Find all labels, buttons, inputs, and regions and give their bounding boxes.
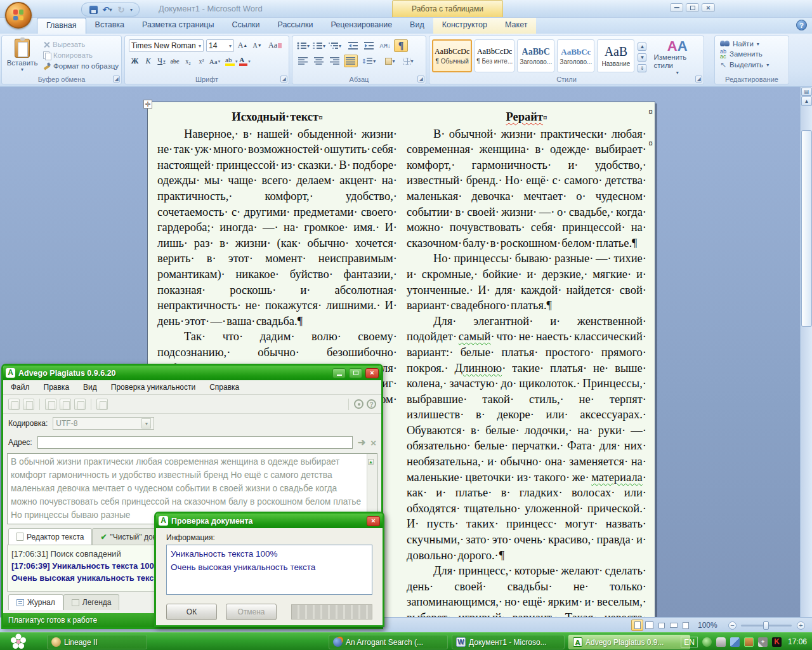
scrollbar-thumb[interactable]	[801, 130, 812, 327]
help-icon[interactable]: ?	[796, 20, 807, 30]
tray-app-icon[interactable]	[744, 637, 754, 647]
styles-gallery-expand[interactable]: ⇓	[638, 64, 646, 72]
tab-insert[interactable]: Вставка	[86, 18, 133, 34]
bold-button[interactable]: Ж	[129, 55, 141, 67]
tab-text-editor[interactable]: Редактор текста	[8, 528, 92, 545]
styles-dialog-launcher[interactable]: ◢	[695, 76, 702, 83]
new-document-icon[interactable]	[8, 399, 20, 410]
advego-scroll-up-icon[interactable]: ▲	[368, 459, 374, 465]
restore-button[interactable]	[686, 3, 699, 12]
menu-view[interactable]: Вид	[83, 383, 97, 392]
numbering-button[interactable]: ▾	[312, 39, 326, 52]
tray-media-icon[interactable]	[702, 637, 712, 647]
justify-button[interactable]	[344, 55, 358, 67]
check-tool-icon[interactable]	[96, 399, 108, 410]
advego-titlebar[interactable]: A Advego Plagiatus 0.9.6.20 ×	[3, 366, 381, 380]
table-move-handle[interactable]: ✛	[143, 100, 152, 109]
fullscreen-view-button[interactable]	[643, 620, 655, 631]
clear-formatting-button[interactable]: Aa	[268, 39, 282, 51]
grow-font-button[interactable]: A▲	[237, 39, 249, 51]
style-normal[interactable]: AaBbCcDc ¶ Обычный	[432, 39, 472, 72]
strikethrough-button[interactable]: abc	[169, 55, 181, 67]
clear-address-icon[interactable]: ×	[370, 437, 376, 448]
edit-text-icon[interactable]	[60, 399, 71, 410]
print-layout-view-button[interactable]	[631, 620, 643, 631]
style-heading1[interactable]: AaBbC Заголово...	[517, 39, 554, 72]
zoom-in-button[interactable]: +	[797, 621, 805, 630]
subscript-button[interactable]: x₂	[182, 55, 194, 67]
find-button[interactable]: Найти▾	[720, 40, 783, 48]
go-arrow-icon[interactable]: ➜	[358, 437, 366, 448]
highlight-button[interactable]: ab▾	[225, 55, 238, 67]
minimize-button[interactable]	[670, 3, 683, 12]
align-center-button[interactable]	[312, 55, 326, 67]
office-button[interactable]	[5, 2, 32, 29]
tab-table-layout[interactable]: Макет	[496, 18, 536, 34]
tab-home[interactable]: Главная	[37, 18, 86, 34]
tab-journal[interactable]: Журнал	[8, 594, 63, 610]
change-styles-button[interactable]: AA Изменить стили▾	[653, 39, 701, 76]
tab-view[interactable]: Вид	[401, 18, 433, 34]
settings-gear-icon[interactable]	[354, 399, 363, 409]
shading-button[interactable]: ▾	[382, 55, 398, 67]
zoom-level[interactable]: 100%	[698, 621, 717, 630]
address-input[interactable]	[37, 436, 353, 449]
multilevel-list-button[interactable]: ▾	[328, 39, 342, 52]
replace-button[interactable]: abac Заменить	[720, 49, 783, 59]
increase-indent-button[interactable]	[362, 39, 376, 52]
underline-button[interactable]: Ч▾	[155, 55, 167, 67]
zoom-slider[interactable]	[741, 625, 792, 627]
tray-network-icon[interactable]	[730, 637, 740, 647]
advego-maximize-button[interactable]	[349, 368, 362, 378]
paragraph-dialog-launcher[interactable]: ◢	[417, 76, 424, 83]
superscript-button[interactable]: x²	[195, 55, 207, 67]
paste-button[interactable]: Вставить ▾	[6, 39, 39, 76]
paste-url-icon[interactable]	[45, 399, 56, 410]
tab-legend[interactable]: Легенда	[63, 594, 120, 610]
cancel-button[interactable]: Отмена	[226, 604, 277, 620]
advego-minimize-button[interactable]	[332, 368, 346, 378]
advego-help-icon[interactable]: ?	[367, 399, 376, 409]
start-button[interactable]	[10, 633, 27, 650]
advego-close-button[interactable]: ×	[365, 368, 379, 378]
font-size-combo[interactable]: 14▾	[206, 39, 234, 52]
borders-button[interactable]: ▾	[400, 55, 417, 67]
draft-view-button[interactable]	[679, 620, 691, 631]
line-spacing-button[interactable]: ⇕ ▾	[360, 55, 377, 67]
ruler-toggle-icon[interactable]: ▤	[801, 88, 812, 96]
tray-qip-icon[interactable]	[716, 637, 726, 647]
scroll-up-icon[interactable]: ▲	[801, 96, 812, 106]
bullets-button[interactable]: ▾	[296, 39, 310, 52]
dialog-close-button[interactable]: ×	[367, 516, 380, 526]
taskbar-item-advego[interactable]: A Advego Plagiatus 0.9...	[568, 635, 690, 649]
align-left-button[interactable]	[296, 55, 310, 67]
decrease-indent-button[interactable]	[346, 39, 360, 52]
font-family-combo[interactable]: Times New Roman▾	[129, 39, 204, 52]
sort-button[interactable]: АЯ↓	[378, 39, 392, 52]
web-layout-view-button[interactable]	[655, 620, 667, 631]
styles-scroll-up[interactable]: ▲	[638, 43, 646, 51]
menu-help[interactable]: Справка	[209, 383, 239, 392]
taskbar-item-lineage[interactable]: Lineage II	[47, 635, 147, 649]
dialog-titlebar[interactable]: A Проверка документа ×	[156, 514, 383, 528]
menu-edit[interactable]: Правка	[44, 383, 70, 392]
tab-page-layout[interactable]: Разметка страницы	[133, 18, 223, 34]
italic-button[interactable]: К	[142, 55, 154, 67]
menu-file[interactable]: Файл	[11, 383, 30, 392]
style-title[interactable]: АаВ Название	[597, 39, 634, 72]
kaspersky-icon[interactable]: K	[772, 637, 782, 647]
tab-references[interactable]: Ссылки	[223, 18, 268, 34]
vertical-scrollbar[interactable]: ▤ ▲	[800, 87, 812, 617]
style-no-spacing[interactable]: AaBbCcDc ¶ Без инте...	[475, 39, 514, 72]
cut-button[interactable]: Вырезать	[41, 40, 121, 49]
column-rewrite-text[interactable]: Рерайт¤ В· обычной· жизни· практически· …	[407, 109, 646, 617]
language-indicator[interactable]: EN	[681, 637, 698, 647]
select-button[interactable]: ↖ Выделить▾	[720, 60, 783, 69]
show-marks-button[interactable]: ¶	[394, 39, 408, 52]
redo-icon[interactable]: ↻	[116, 4, 126, 15]
qat-customize-icon[interactable]: ▾	[130, 7, 133, 13]
tab-mailings[interactable]: Рассылки	[268, 18, 322, 34]
shrink-font-button[interactable]: A▼	[251, 39, 263, 51]
clock[interactable]: 17:06	[788, 637, 807, 646]
taskbar-item-word[interactable]: W Документ1 - Microso...	[452, 635, 565, 649]
